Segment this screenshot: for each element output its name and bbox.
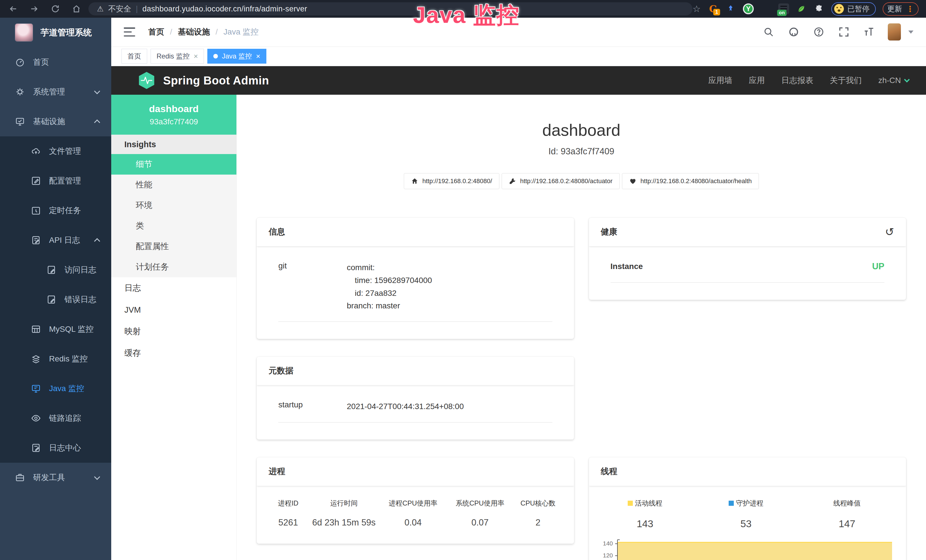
app-sidebar: 芋道管理系统 首页 系统管理 基础设施 文件管理	[0, 18, 111, 560]
close-icon[interactable]: ×	[256, 53, 260, 60]
metadata-card: 元数据 startup 2021-04-27T00:44:31.254+08:0…	[257, 357, 574, 440]
breadcrumb-infra[interactable]: 基础设施	[178, 27, 210, 37]
breadcrumb-home[interactable]: 首页	[148, 27, 164, 37]
legend-daemon-threads: 守护进程	[696, 499, 796, 508]
svg-text:140: 140	[602, 540, 613, 546]
system-cpu: 0.07	[446, 518, 514, 528]
process-table: 进程ID 运行时间 进程CPU使用率 系统CPU使用率 CPU核心数 5261 …	[257, 486, 574, 544]
sidebar-item-mysql-monitor[interactable]: MySQL 监控	[0, 314, 111, 344]
sba-section-insights[interactable]: Insights	[111, 135, 236, 154]
extension-leaf-icon[interactable]	[796, 3, 807, 14]
log-pen-icon	[46, 265, 56, 275]
extension-switch-icon[interactable]: on	[778, 3, 789, 14]
sba-brand[interactable]: Spring Boot Admin	[138, 71, 269, 90]
sidebar-item-system[interactable]: 系统管理	[0, 77, 111, 107]
sidebar-submenu-infra: 文件管理 配置管理 定时任务 API 日志 访问日志	[0, 136, 111, 463]
sba-item-config-props[interactable]: 配置属性	[111, 236, 236, 257]
sba-group-caches[interactable]: 缓存	[111, 342, 236, 364]
sba-navbar: Spring Boot Admin 应用墙 应用 日志报表 关于我们 zh-CN	[111, 66, 926, 95]
extension-y-icon[interactable]: Y	[743, 3, 754, 14]
sidebar-item-dev-tools[interactable]: 研发工具	[0, 463, 111, 492]
sba-nav-journal[interactable]: 日志报表	[781, 75, 813, 86]
bookmark-star-icon[interactable]: ☆	[692, 3, 701, 14]
sidebar-item-access-log[interactable]: 访问日志	[0, 255, 111, 285]
chevron-down-icon	[94, 88, 100, 94]
browser-update-button[interactable]: 更新⋮	[883, 2, 918, 16]
health-status-badge: UP	[872, 261, 884, 272]
sidebar-item-scheduled-jobs[interactable]: 定时任务	[0, 196, 111, 226]
threads-legend: 活动线程 143 守护进程 53 线程峰值	[595, 499, 898, 530]
help-icon[interactable]	[813, 26, 825, 38]
history-icon[interactable]: ↺	[885, 227, 894, 238]
threads-card-header: 线程	[589, 457, 906, 486]
actuator-url-button[interactable]: http://192.168.0.2:48080/actuator	[502, 173, 620, 189]
health-url-button[interactable]: http://192.168.0.2:48080/actuator/health	[622, 173, 759, 189]
sba-group-jvm[interactable]: JVM	[111, 299, 236, 321]
sba-nav-applications[interactable]: 应用	[749, 75, 765, 86]
tab-java-monitor[interactable]: Java 监控×	[207, 49, 266, 64]
screen: ⚠ 不安全 | dashboard.yudao.iocoder.cn/infra…	[0, 0, 926, 560]
browser-home-icon[interactable]	[71, 3, 82, 15]
app-logo-row: 芋道管理系统	[0, 18, 111, 47]
sba-item-metrics[interactable]: 性能	[111, 175, 236, 195]
security-label[interactable]: 不安全	[108, 4, 131, 14]
sba-item-beans[interactable]: 类	[111, 216, 236, 236]
health-instance-row[interactable]: Instance UP	[611, 261, 885, 283]
sidebar-item-api-log[interactable]: API 日志	[0, 226, 111, 255]
chevron-down-icon	[94, 474, 100, 480]
font-size-icon[interactable]	[863, 26, 875, 38]
tab-redis-monitor[interactable]: Redis 监控×	[151, 49, 204, 64]
github-icon[interactable]	[787, 26, 800, 38]
sidebar-fold-icon[interactable]	[124, 27, 135, 36]
browser-reload-icon[interactable]	[50, 3, 61, 15]
app-title: 芋道管理系统	[41, 27, 92, 38]
sidebar-item-redis-monitor[interactable]: Redis 监控	[0, 344, 111, 374]
sba-item-environment[interactable]: 环境	[111, 195, 236, 216]
process-cpu: 0.04	[380, 518, 446, 528]
service-url-button[interactable]: http://192.168.0.2:48080/	[404, 173, 499, 189]
sidebar-item-error-log[interactable]: 错误日志	[0, 285, 111, 314]
user-caret-down-icon[interactable]	[908, 30, 914, 34]
user-avatar[interactable]	[888, 23, 901, 41]
sidebar-item-home[interactable]: 首页	[0, 47, 111, 77]
sba-main-content: dashboard Id: 93a3fc7f7409 http://192.16…	[237, 95, 926, 560]
browser-menu-icon[interactable]: ⋮	[906, 4, 914, 14]
browser-back-icon[interactable]	[8, 3, 19, 15]
sba-instance-header[interactable]: dashboard 93a3fc7f7409	[111, 95, 236, 135]
sba-group-loggers[interactable]: 日志	[111, 277, 236, 299]
sidebar-item-file-mgmt[interactable]: 文件管理	[0, 136, 111, 166]
legend-live-threads: 活动线程	[595, 499, 696, 508]
sba-nav-about[interactable]: 关于我们	[830, 75, 862, 86]
monitor-icon	[15, 117, 25, 127]
process-uptime: 6d 23h 15m 59s	[308, 518, 380, 528]
sidebar-item-java-monitor[interactable]: Java 监控	[0, 374, 111, 403]
sidebar-item-log-center[interactable]: 日志中心	[0, 433, 111, 463]
peak-threads-value: 147	[796, 518, 897, 530]
search-icon[interactable]	[762, 26, 775, 38]
extensions-puzzle-icon[interactable]	[814, 3, 825, 14]
sba-nav-wallboard[interactable]: 应用墙	[708, 75, 732, 86]
metadata-startup-row: startup 2021-04-27T00:44:31.254+08:00	[278, 400, 552, 422]
sidebar-item-tracing[interactable]: 链路追踪	[0, 403, 111, 433]
sba-item-scheduled-tasks[interactable]: 计划任务	[111, 257, 236, 277]
blue-legend-swatch	[729, 501, 734, 506]
threads-area-chart: 140 120 100	[595, 537, 896, 560]
extension-colorzilla-icon[interactable]: C1	[708, 3, 719, 14]
fullscreen-icon[interactable]	[838, 26, 850, 38]
address-bar[interactable]: ⚠ 不安全 | dashboard.yudao.iocoder.cn/infra…	[88, 2, 692, 15]
url-separator: |	[136, 5, 138, 14]
sba-group-mappings[interactable]: 映射	[111, 321, 236, 342]
extension-pin-icon[interactable]	[725, 3, 736, 14]
sidebar-item-infra[interactable]: 基础设施	[0, 107, 111, 136]
profile-paused-badge[interactable]: 已暂停	[831, 2, 876, 16]
tab-home[interactable]: 首页	[121, 49, 147, 64]
url-text[interactable]: dashboard.yudao.iocoder.cn/infra/admin-s…	[142, 5, 307, 14]
sba-locale-select[interactable]: zh-CN	[878, 76, 909, 85]
close-icon[interactable]: ×	[194, 53, 198, 60]
threads-card: 线程 活动线程 143 守护进程	[589, 457, 906, 560]
browser-forward-icon[interactable]	[29, 3, 40, 15]
extension-badge: 1	[713, 9, 720, 15]
extension-grid-icon[interactable]	[761, 3, 772, 14]
sidebar-item-config-mgmt[interactable]: 配置管理	[0, 166, 111, 196]
sba-item-details[interactable]: 细节	[111, 154, 236, 175]
